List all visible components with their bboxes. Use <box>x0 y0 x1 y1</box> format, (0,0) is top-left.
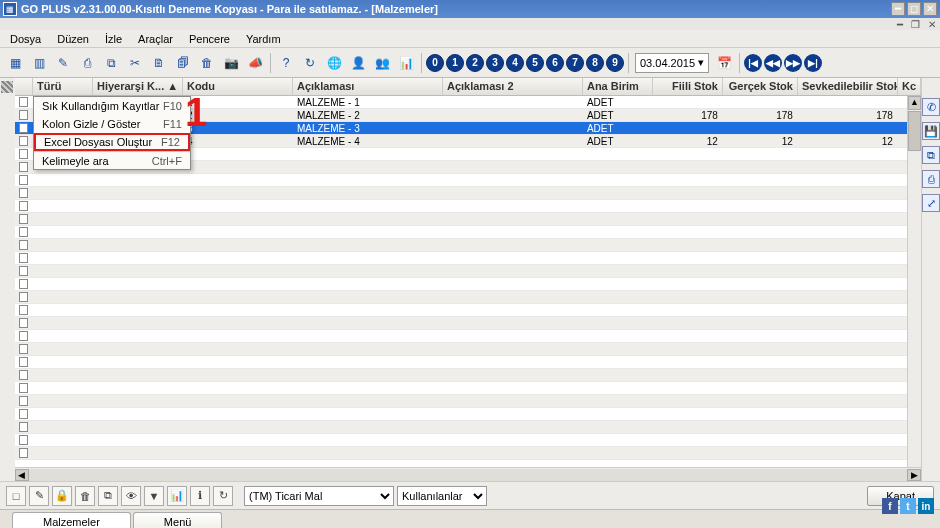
row-checkbox-cell[interactable] <box>15 330 33 342</box>
linkedin-icon[interactable]: in <box>918 498 934 514</box>
row-checkbox-cell[interactable] <box>15 213 33 225</box>
checkbox[interactable] <box>19 279 28 289</box>
quick-7[interactable]: 7 <box>566 54 584 72</box>
scroll-right-icon[interactable]: ▶ <box>907 469 921 481</box>
type-select[interactable]: (TM) Ticari Mal <box>244 486 394 506</box>
row-checkbox-cell[interactable] <box>15 148 33 160</box>
table-row[interactable] <box>15 187 921 200</box>
checkbox[interactable] <box>19 123 28 133</box>
quick-1[interactable]: 1 <box>446 54 464 72</box>
maximize-button[interactable]: ◻ <box>907 2 921 16</box>
checkbox[interactable] <box>19 266 28 276</box>
col-kodu[interactable]: Kodu <box>183 78 293 95</box>
checkbox[interactable] <box>19 370 28 380</box>
tool-clip-icon[interactable]: ✂ <box>124 52 146 74</box>
table-row[interactable] <box>15 239 921 252</box>
table-row[interactable] <box>15 265 921 278</box>
quick-3[interactable]: 3 <box>486 54 504 72</box>
table-row[interactable] <box>15 369 921 382</box>
table-row[interactable] <box>15 252 921 265</box>
col-aciklamasi[interactable]: Açıklaması <box>293 78 443 95</box>
row-checkbox-cell[interactable] <box>15 187 33 199</box>
checkbox[interactable] <box>19 383 28 393</box>
row-checkbox-cell[interactable] <box>15 161 33 173</box>
table-row[interactable] <box>15 434 921 447</box>
menu-pencere[interactable]: Pencere <box>183 31 236 47</box>
row-checkbox-cell[interactable] <box>15 421 33 433</box>
checkbox[interactable] <box>19 214 28 224</box>
usage-select[interactable]: Kullanılanlar <box>397 486 487 506</box>
table-row[interactable] <box>15 421 921 434</box>
checkbox[interactable] <box>19 227 28 237</box>
menu-dosya[interactable]: Dosya <box>4 31 47 47</box>
calendar-icon[interactable]: 📅 <box>713 52 735 74</box>
table-row[interactable] <box>15 174 921 187</box>
row-checkbox-cell[interactable] <box>15 382 33 394</box>
row-checkbox-cell[interactable] <box>15 291 33 303</box>
checkbox[interactable] <box>19 448 28 458</box>
col-kc[interactable]: Kc <box>898 78 921 95</box>
tool-megaphone-icon[interactable]: 📣 <box>244 52 266 74</box>
quick-5[interactable]: 5 <box>526 54 544 72</box>
row-checkbox-cell[interactable] <box>15 226 33 238</box>
tool-print-icon[interactable]: ⎙ <box>76 52 98 74</box>
checkbox[interactable] <box>19 253 28 263</box>
minimize-button[interactable]: ━ <box>891 2 905 16</box>
tool-user-icon[interactable]: 👤 <box>347 52 369 74</box>
table-row[interactable] <box>15 317 921 330</box>
tool-refresh-icon[interactable]: ↻ <box>299 52 321 74</box>
action-chart-icon[interactable]: 📊 <box>167 486 187 506</box>
mdi-restore-button[interactable]: ❐ <box>911 19 920 30</box>
row-checkbox-cell[interactable] <box>15 239 33 251</box>
col-checkbox[interactable] <box>15 78 33 95</box>
row-checkbox-cell[interactable] <box>15 343 33 355</box>
checkbox[interactable] <box>19 409 28 419</box>
facebook-icon[interactable]: f <box>882 498 898 514</box>
side-phone-icon[interactable]: ✆ <box>922 98 940 116</box>
scroll-up-icon[interactable]: ▲ <box>908 96 921 110</box>
col-turu[interactable]: Türü <box>33 78 93 95</box>
row-checkbox-cell[interactable] <box>15 96 33 108</box>
table-row[interactable] <box>15 447 921 460</box>
quick-4[interactable]: 4 <box>506 54 524 72</box>
row-checkbox-cell[interactable] <box>15 278 33 290</box>
checkbox[interactable] <box>19 188 28 198</box>
col-fiilistok[interactable]: Fiili Stok <box>653 78 723 95</box>
tool-copy-icon[interactable]: ⧉ <box>100 52 122 74</box>
tool-note-icon[interactable]: 🗐 <box>172 52 194 74</box>
row-checkbox-cell[interactable] <box>15 447 33 459</box>
menu-araclar[interactable]: Araçlar <box>132 31 179 47</box>
menu-duzen[interactable]: Düzen <box>51 31 95 47</box>
quick-6[interactable]: 6 <box>546 54 564 72</box>
table-row[interactable] <box>15 408 921 421</box>
table-row[interactable] <box>15 226 921 239</box>
scroll-thumb[interactable] <box>908 111 921 151</box>
checkbox[interactable] <box>19 175 28 185</box>
mdi-close-button[interactable]: ✕ <box>928 19 936 30</box>
quick-8[interactable]: 8 <box>586 54 604 72</box>
table-row[interactable] <box>15 304 921 317</box>
action-new-icon[interactable]: □ <box>6 486 26 506</box>
menu-izle[interactable]: İzle <box>99 31 128 47</box>
nav-prev-button[interactable]: ◀◀ <box>764 54 782 72</box>
action-edit-icon[interactable]: ✎ <box>29 486 49 506</box>
action-view-icon[interactable]: 👁 <box>121 486 141 506</box>
quick-2[interactable]: 2 <box>466 54 484 72</box>
ctx-search[interactable]: Kelimeyle ara Ctrl+F <box>34 151 190 169</box>
quick-9[interactable]: 9 <box>606 54 624 72</box>
row-checkbox-cell[interactable] <box>15 304 33 316</box>
horizontal-scrollbar[interactable]: ◀ ▶ <box>15 467 921 481</box>
row-checkbox-cell[interactable] <box>15 122 33 134</box>
nav-next-button[interactable]: ▶▶ <box>784 54 802 72</box>
row-checkbox-cell[interactable] <box>15 109 33 121</box>
row-checkbox-cell[interactable] <box>15 356 33 368</box>
tool-doc-icon[interactable]: 🗎 <box>148 52 170 74</box>
checkbox[interactable] <box>19 435 28 445</box>
col-aciklamasi2[interactable]: Açıklaması 2 <box>443 78 583 95</box>
checkbox[interactable] <box>19 292 28 302</box>
checkbox[interactable] <box>19 136 28 146</box>
side-print-icon[interactable]: ⎙ <box>922 170 940 188</box>
checkbox[interactable] <box>19 201 28 211</box>
checkbox[interactable] <box>19 318 28 328</box>
checkbox[interactable] <box>19 162 28 172</box>
